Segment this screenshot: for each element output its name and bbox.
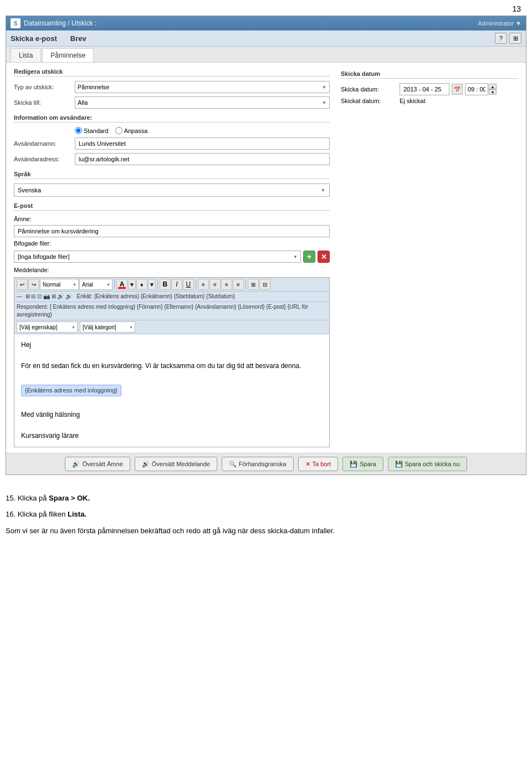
- user-menu[interactable]: Administrator ▼: [478, 20, 521, 27]
- font-select-wrapper: Arial: [79, 279, 112, 290]
- lang-select[interactable]: Svenska: [14, 183, 330, 197]
- highlight-dropdown[interactable]: ▼: [148, 279, 156, 290]
- amne-row: Ämne:: [14, 215, 330, 237]
- files-select-wrapper: [Inga bifogade filer]: [14, 251, 301, 263]
- align-right-button[interactable]: ≡: [221, 279, 232, 290]
- date-input-group: 📅 ▲ ▼: [400, 83, 497, 95]
- lista-bold: Lista.: [68, 510, 86, 518]
- font-color-button[interactable]: A: [116, 279, 127, 290]
- content-area: Redigera utskick Typ av utskick: Påminne…: [6, 63, 526, 453]
- underline-button[interactable]: U: [183, 279, 194, 290]
- spin-up[interactable]: ▲: [489, 84, 497, 89]
- main-toolbar: Skicka e-post Brev ? ⊞: [6, 30, 526, 47]
- radio-anpassa-label[interactable]: Anpassa: [115, 127, 148, 134]
- align-center-button[interactable]: ≡: [209, 279, 221, 290]
- forhandsgranska-button[interactable]: 🔍 Förhandsgranska: [222, 457, 294, 471]
- instruction-line1: 15. Klicka på Spara > OK.: [6, 492, 526, 504]
- tab-paminnelse[interactable]: Påminnelse: [42, 48, 94, 62]
- editor-line-empty4: [21, 420, 323, 431]
- avsandarnamn-label: Avsändarnamn:: [14, 140, 75, 147]
- email-label: E-post: [14, 202, 330, 211]
- style-select[interactable]: Normal: [40, 279, 79, 290]
- indent-button[interactable]: ⊞: [248, 279, 259, 290]
- info-section: Information om avsändare: Standard Anpas…: [14, 114, 330, 165]
- time-spin: ▲ ▼: [465, 83, 497, 95]
- email-section: E-post Ämne: Bifogade filer: [Inga bifog…: [14, 202, 330, 447]
- egenskap-select-wrapper: [Välj egenskap]: [17, 321, 78, 333]
- align-justify-button[interactable]: ≡: [233, 279, 244, 290]
- oversatt-amne-button[interactable]: 🔊 Översätt Ämne: [65, 457, 130, 471]
- editor-toolbar-row3: Respondent: { Enkätens adress med inlogg…: [14, 302, 329, 320]
- radio-anpassa[interactable]: [115, 127, 122, 134]
- spara-och-skicka-button[interactable]: 💾 Spara och skicka nu: [388, 457, 467, 471]
- tabs-bar: Lista Påminnelse: [6, 47, 526, 63]
- editor-body[interactable]: Hej För en tid sedan fick du en kursvärd…: [14, 334, 329, 447]
- right-column: Skicka datum Skicka datum: 📅 ▲ ▼: [341, 68, 518, 447]
- spara-button[interactable]: 💾 Spara: [342, 457, 383, 471]
- radio-standard[interactable]: [75, 127, 82, 134]
- editor-line-body: För en tid sedan fick du en kursvärderin…: [21, 361, 323, 371]
- send-email-title: Skicka e-post: [11, 34, 57, 43]
- help-button[interactable]: ?: [495, 33, 507, 44]
- oversatt-amne-icon: 🔊: [72, 461, 80, 468]
- datum-row: Skicka datum: 📅 ▲ ▼: [341, 83, 518, 95]
- skickat-label: Skickat datum:: [341, 98, 396, 104]
- redigera-label: Redigera utskick: [14, 68, 330, 76]
- outdent-button[interactable]: ⊟: [259, 279, 270, 290]
- calendar-icon[interactable]: 📅: [452, 84, 463, 95]
- font-select[interactable]: Arial: [79, 279, 112, 290]
- spin-down[interactable]: ▼: [489, 89, 497, 95]
- redo-button[interactable]: ↪: [28, 279, 39, 290]
- files-select[interactable]: [Inga bifogade filer]: [14, 251, 301, 263]
- editor-line-placeholder: {Enkätens adress med inloggning}: [21, 382, 323, 399]
- editor-toolbar-row4: [Välj egenskap] [Välj kategori]: [14, 320, 329, 334]
- toolbar-icons-row1: ↩ ↪ Normal: [17, 279, 270, 290]
- date-input[interactable]: [400, 83, 449, 95]
- editor-line-empty3: [21, 399, 323, 409]
- meddelande-label: Meddelande:: [14, 267, 49, 273]
- lang-select-wrapper: Svenska: [14, 183, 330, 197]
- editor-container: ↩ ↪ Normal: [14, 277, 330, 447]
- egenskap-select[interactable]: [Välj egenskap]: [17, 321, 78, 333]
- oversatt-meddelande-button[interactable]: 🔊 Översätt Meddelande: [135, 457, 217, 471]
- avsandarnamn-input[interactable]: [75, 137, 330, 150]
- style-select-wrapper: Normal: [40, 279, 79, 290]
- add-file-button[interactable]: +: [303, 251, 315, 263]
- skicka-till-select[interactable]: Alla: [75, 96, 330, 109]
- skicka-datum-label: Skicka datum: [341, 70, 518, 79]
- tab-lista[interactable]: Lista: [11, 48, 41, 62]
- info-label: Information om avsändare:: [14, 114, 330, 122]
- spara-icon: 💾: [350, 461, 357, 468]
- highlight-button[interactable]: ♦: [136, 279, 147, 290]
- expand-button[interactable]: ⊞: [509, 33, 521, 44]
- typ-row: Typ av utskick: Påminnelse: [14, 81, 330, 93]
- skicka-datum-section: Skicka datum Skicka datum: 📅 ▲ ▼: [341, 70, 518, 104]
- editor-line-signature: Kursansvarig lärare: [21, 431, 323, 441]
- undo-button[interactable]: ↩: [17, 279, 28, 290]
- amne-input[interactable]: [14, 225, 330, 237]
- spara-skicka-icon: 💾: [395, 461, 403, 468]
- bold-button[interactable]: B: [160, 279, 171, 290]
- skickat-value: Ej skickat: [400, 98, 425, 104]
- typ-select[interactable]: Påminnelse: [75, 81, 330, 93]
- editor-line-empty2: [21, 372, 323, 382]
- radio-standard-label[interactable]: Standard: [75, 127, 109, 134]
- kategori-select[interactable]: [Välj kategori]: [80, 321, 135, 333]
- remove-file-button[interactable]: ✕: [318, 251, 330, 263]
- italic-button[interactable]: I: [171, 279, 182, 290]
- instructions-text: 15. Klicka på Spara > OK. 16. Klicka på …: [0, 481, 532, 546]
- kategori-select-wrapper: [Välj kategori]: [80, 321, 135, 333]
- page-number: 13: [0, 0, 532, 16]
- ta-bort-button[interactable]: ✕ Ta bort: [298, 457, 339, 471]
- skickat-row: Skickat datum: Ej skickat: [341, 98, 518, 104]
- typ-select-wrapper: Påminnelse: [75, 81, 330, 93]
- editor-line-hej: Hej: [21, 340, 323, 350]
- align-left-button[interactable]: ≡: [198, 279, 209, 290]
- instruction-line2: 16. Klicka på fliken Lista.: [6, 508, 526, 520]
- enkät-placeholder: {Enkätens adress med inloggning}: [21, 385, 121, 397]
- avsandarnamn-row: Avsändarnamn:: [14, 137, 330, 150]
- radio-row: Standard Anpassa: [75, 127, 330, 134]
- time-input[interactable]: [465, 83, 488, 95]
- avsandaradress-input[interactable]: [75, 153, 330, 165]
- font-color-dropdown[interactable]: ▼: [128, 279, 136, 290]
